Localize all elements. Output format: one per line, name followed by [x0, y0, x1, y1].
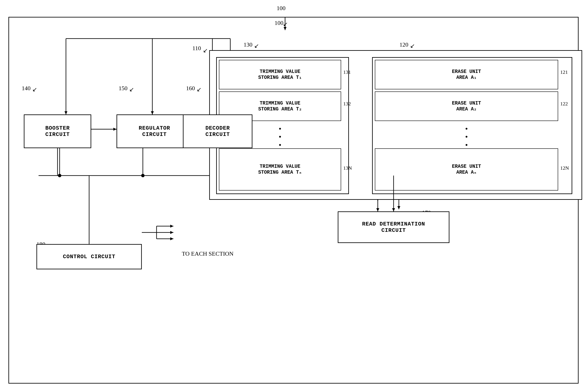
- svg-marker-44: [392, 208, 395, 212]
- ref-150: 150: [119, 85, 127, 92]
- svg-marker-38: [151, 111, 154, 114]
- ref-110: 110: [192, 45, 201, 52]
- erase-section: ERASE UNITAREA A₁ 121 ERASE UNITAREA A₂ …: [372, 57, 572, 194]
- trimming-t1: TRIMMING VALUESTORING AREA T₁: [219, 60, 341, 89]
- svg-marker-36: [64, 111, 67, 114]
- ref-122: 122: [560, 101, 568, 107]
- ref-160-arrow: ↙: [197, 86, 201, 93]
- regulator-circuit-box: REGULATORCIRCUIT: [116, 114, 192, 148]
- read-det-circuit-box: READ DETERMINATIONCIRCUIT: [338, 212, 449, 243]
- ref-140: 140: [22, 85, 30, 92]
- erase-dots: • • •: [375, 125, 558, 146]
- svg-marker-29: [170, 225, 173, 228]
- ref-13n: 13N: [343, 165, 352, 171]
- ref-130: 130: [244, 41, 252, 48]
- ref-130-arrow: ↙: [254, 42, 259, 49]
- svg-marker-26: [397, 206, 400, 209]
- main-diagram: 100: [8, 17, 579, 384]
- ref-120-arrow: ↙: [410, 42, 415, 49]
- svg-point-18: [141, 174, 144, 177]
- control-circuit-box: CONTROL CIRCUIT: [36, 244, 142, 269]
- ref-131: 131: [343, 69, 351, 75]
- erase-an: ERASE UNITAREA Aₙ: [375, 148, 558, 190]
- to-each-section-label: TO EACH SECTION: [182, 250, 233, 257]
- ref-12n: 12N: [560, 165, 569, 171]
- flash-memory-group: 130 ↙ TRIMMING VALUESTORING AREA T₁ 131 …: [209, 50, 582, 200]
- decoder-circuit-box: DECODERCIRCUIT: [183, 114, 252, 148]
- ref-100: 100: [277, 5, 285, 12]
- ref-132: 132: [343, 101, 351, 107]
- ref-100-arrow: ↙: [283, 21, 288, 28]
- svg-point-15: [58, 174, 61, 177]
- erase-a1: ERASE UNITAREA A₁: [375, 60, 558, 89]
- ref-150-arrow: ↙: [129, 86, 134, 93]
- trimming-tn: TRIMMING VALUESTORING AREA Tₙ: [219, 148, 341, 190]
- erase-a2: ERASE UNITAREA A₂: [375, 92, 558, 121]
- ref-140-arrow: ↙: [32, 86, 37, 93]
- ref-160: 160: [186, 85, 195, 92]
- ref-121: 121: [560, 69, 568, 75]
- svg-marker-31: [170, 231, 173, 234]
- svg-marker-33: [170, 237, 173, 240]
- booster-circuit-box: BOOSTERCIRCUIT: [24, 114, 91, 148]
- svg-marker-8: [113, 128, 116, 131]
- ref-100-label: 100: [275, 20, 283, 26]
- svg-marker-42: [376, 208, 379, 212]
- ref-110-arrow: ↙: [203, 47, 208, 54]
- ref-120: 120: [400, 41, 408, 48]
